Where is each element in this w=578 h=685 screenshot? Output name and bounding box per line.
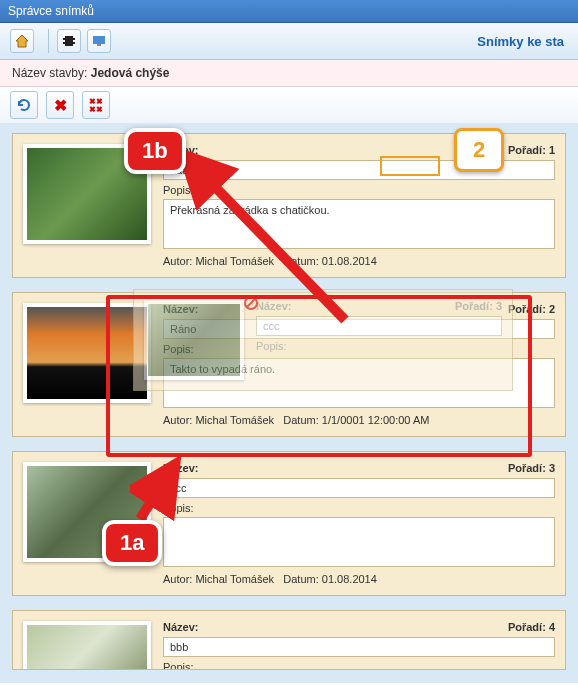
home-button[interactable] — [10, 29, 34, 53]
refresh-button[interactable] — [10, 91, 38, 119]
order-label: Pořadí: — [508, 621, 546, 633]
order-value: 2 — [549, 303, 555, 315]
item-meta: Autor: Michal Tomášek Datum: 01.08.2014 — [163, 573, 555, 585]
thumbnail[interactable] — [23, 462, 151, 562]
toolbar-separator — [48, 29, 49, 53]
right-link[interactable]: Snímky ke sta — [477, 34, 568, 49]
action-bar: ✖ ✖✖ ✖✖ — [0, 87, 578, 123]
order-label: Pořadí: — [508, 462, 546, 474]
delete-button[interactable]: ✖ — [46, 91, 74, 119]
item-meta: Autor: Michal Tomášek Datum: 01.08.2014 — [163, 255, 555, 267]
thumbnail[interactable] — [23, 621, 151, 670]
content-area: Název: Pořadí: 1 aaa Popis: Překrásná za… — [0, 123, 578, 683]
order-value: 3 — [549, 462, 555, 474]
screen-button[interactable] — [87, 29, 111, 53]
order-value: 1 — [549, 144, 555, 156]
item-meta: Autor: Michal Tomášek Datum: 1/1/0001 12… — [163, 414, 555, 426]
thumbnail[interactable] — [23, 144, 151, 244]
toolbar: Snímky ke sta — [0, 23, 578, 60]
desc-input[interactable] — [163, 517, 555, 567]
order-label: Pořadí: — [508, 144, 546, 156]
order-label: Pořadí: — [508, 303, 546, 315]
subtitle-bar: Název stavby: Jedová chýše — [0, 60, 578, 87]
svg-rect-2 — [63, 40, 65, 42]
window-titlebar: Správce snímků — [0, 0, 578, 23]
name-input[interactable]: bbb — [163, 637, 555, 657]
order-value: 4 — [549, 621, 555, 633]
svg-rect-6 — [73, 44, 75, 46]
thumbnail — [144, 300, 244, 380]
name-label: Název: — [163, 144, 198, 156]
name-input[interactable]: ccc — [163, 478, 555, 498]
subtitle-label: Název stavby: — [12, 66, 87, 80]
desc-label: Popis: — [163, 502, 555, 514]
svg-rect-5 — [73, 40, 75, 42]
desc-label: Popis: — [163, 184, 555, 196]
thumbnail[interactable] — [23, 303, 151, 403]
film-button[interactable] — [57, 29, 81, 53]
svg-rect-8 — [97, 44, 101, 46]
window-title: Správce snímků — [8, 4, 94, 18]
svg-text:✖✖: ✖✖ — [89, 105, 103, 114]
item-fields: Název: Pořadí: 3 ccc Popis: Autor: Micha… — [163, 462, 555, 585]
image-item[interactable]: Název: Pořadí: 3 ccc Popis: Autor: Micha… — [12, 451, 566, 596]
svg-line-12 — [247, 299, 255, 307]
name-label: Název: — [163, 621, 198, 633]
svg-rect-1 — [63, 36, 65, 38]
subtitle-value: Jedová chýše — [91, 66, 170, 80]
desc-label: Popis: — [163, 661, 555, 670]
name-input[interactable]: aaa — [163, 160, 555, 180]
svg-rect-4 — [73, 36, 75, 38]
name-label: Název: — [163, 462, 198, 474]
svg-rect-7 — [93, 36, 105, 44]
image-item[interactable]: Název: Pořadí: 1 aaa Popis: Překrásná za… — [12, 133, 566, 278]
image-item[interactable]: Název: Pořadí: 2 Ráno Popis: Takto to vy… — [12, 292, 566, 437]
svg-rect-3 — [63, 44, 65, 46]
delete-all-button[interactable]: ✖✖ ✖✖ — [82, 91, 110, 119]
item-fields: Název: Pořadí: 4 bbb Popis: — [163, 621, 555, 659]
drag-ghost: Název: Pořadí: 3 ccc Popis: — [133, 289, 513, 391]
desc-input[interactable]: Překrásná zahrádka s chatičkou. — [163, 199, 555, 249]
item-fields: Název: Pořadí: 1 aaa Popis: Překrásná za… — [163, 144, 555, 267]
image-item[interactable]: Název: Pořadí: 4 bbb Popis: — [12, 610, 566, 670]
